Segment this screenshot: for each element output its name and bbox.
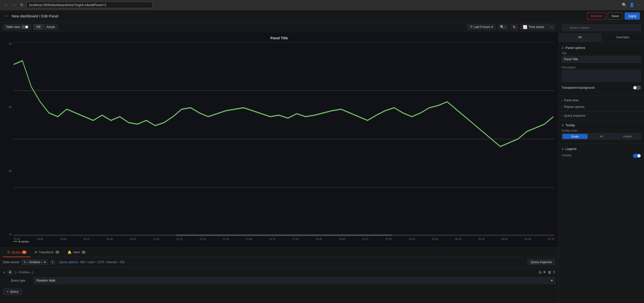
query-type-arrow: ▾ xyxy=(551,279,553,282)
tooltip-single-btn[interactable]: Single xyxy=(562,134,588,139)
title-form-row: Title xyxy=(562,52,641,63)
x-label-14: 23:00 xyxy=(339,238,345,240)
table-view-toggle[interactable]: Table view xyxy=(3,24,31,30)
tooltip-chevron: ∨ xyxy=(562,124,564,127)
viz-left-icon[interactable]: ‹ xyxy=(550,25,551,29)
apply-button[interactable]: Apply xyxy=(625,12,640,20)
y-label-75: 75 xyxy=(9,233,12,236)
x-label-13: 22:45 xyxy=(316,238,322,240)
query-inspector-title: Query inspector xyxy=(564,114,586,117)
refresh-button[interactable]: ↻ xyxy=(511,24,518,30)
panel-options-header[interactable]: ∨ Panel options xyxy=(559,44,644,52)
legend-visibility-row: Visibility xyxy=(559,153,644,159)
table-view-switch[interactable] xyxy=(21,25,28,29)
all-overrides-bar: All Overrides xyxy=(559,34,644,42)
tab-query[interactable]: ☰ Query 1 xyxy=(3,248,30,257)
back-button[interactable]: ← xyxy=(4,13,9,19)
title-label: Title xyxy=(562,52,641,55)
y-axis: 90 85 80 75 xyxy=(4,42,13,236)
table-view-label: Table view xyxy=(6,25,20,29)
tab-alert[interactable]: 🔔 Alert 0 xyxy=(63,248,90,257)
delete-query-icon[interactable]: 🗑 xyxy=(548,270,551,275)
tab-query-label: Query xyxy=(12,250,20,254)
legend-color-line xyxy=(14,241,18,242)
browser-back-btn[interactable]: ← xyxy=(3,2,9,8)
description-textarea[interactable] xyxy=(562,70,641,82)
zoom-button[interactable]: 🔍− xyxy=(498,24,509,30)
query-inspector-header[interactable]: › Query inspector xyxy=(559,112,644,119)
datasource-select[interactable]: ≡ -- Grafana -- ▾ xyxy=(21,259,48,265)
repeat-options-header[interactable]: › Repeat options xyxy=(559,104,644,110)
browser-chrome: ← → ↻ 🔍 👤 ⋯ xyxy=(0,0,644,10)
viz-label: Time series xyxy=(529,25,544,29)
tooltip-all-btn[interactable]: All xyxy=(589,134,614,139)
chart-svg xyxy=(14,42,554,236)
divider-4 xyxy=(559,144,644,144)
panel-links-header[interactable]: › Panel links xyxy=(559,97,644,104)
app-header: ← New dashboard / Edit Panel Discard Sav… xyxy=(0,10,644,22)
browser-reload-btn[interactable]: ↻ xyxy=(19,2,24,8)
tooltip-section-header[interactable]: ∨ Tooltip xyxy=(559,121,644,129)
x-label-12: 22:30 xyxy=(292,238,299,240)
x-label-10: 22:00 xyxy=(246,238,252,240)
all-button[interactable]: All xyxy=(559,34,601,42)
browser-more-icon[interactable]: ⋯ xyxy=(637,3,641,7)
query-toolbar: Data source ≡ -- Grafana -- ▾ ℹ › Query … xyxy=(0,257,558,267)
actual-button[interactable]: Actual xyxy=(43,24,58,30)
query-datasource-tag: (-- Grafana --) xyxy=(15,270,33,274)
copy-query-icon[interactable]: ⧉ xyxy=(539,270,541,275)
panel-links-chevron: › xyxy=(562,99,563,102)
hide-query-icon[interactable]: 👁 xyxy=(543,270,546,275)
legend-section-header[interactable]: ∨ Legend xyxy=(559,145,644,153)
title-input[interactable] xyxy=(562,56,641,63)
x-label-17: 23:45 xyxy=(409,238,415,240)
tab-alert-icon: 🔔 xyxy=(67,250,72,254)
info-button[interactable]: ℹ xyxy=(50,259,55,265)
transparent-bg-toggle[interactable] xyxy=(633,86,641,90)
tab-query-icon: ☰ xyxy=(7,250,10,254)
description-form-row: Description xyxy=(562,66,641,83)
search-wrapper: 🔍 xyxy=(562,24,641,31)
query-inspector-chevron: › xyxy=(562,114,563,117)
search-options-input[interactable] xyxy=(562,24,641,31)
viz-type-icon: 📈 xyxy=(523,25,527,29)
fill-button[interactable]: Fill xyxy=(33,24,43,30)
save-button[interactable]: Save xyxy=(608,12,623,20)
query-type-value: Random Walk xyxy=(37,279,55,282)
chart-scrollbar[interactable] xyxy=(14,234,554,236)
browser-forward-btn[interactable]: → xyxy=(11,2,17,8)
browser-search-icon[interactable]: 🔍 xyxy=(622,3,627,7)
transparent-bg-label: Transparent background xyxy=(562,86,594,89)
viz-selector[interactable]: 📈 Time series ‹ › xyxy=(520,24,555,30)
tooltip-hidden-btn[interactable]: Hidden xyxy=(615,134,640,139)
x-label-3: 20:15 xyxy=(83,238,90,240)
viz-right-icon[interactable]: › xyxy=(552,25,553,29)
legend-visibility-toggle[interactable] xyxy=(633,154,641,158)
fill-actual-bar: Fill Actual xyxy=(33,24,58,30)
x-label-16: 23:30 xyxy=(385,238,392,240)
browser-url-input[interactable] xyxy=(26,2,152,8)
browser-profile-icon[interactable]: 👤 xyxy=(629,3,634,7)
add-query-button[interactable]: + Query xyxy=(3,288,22,295)
query-type-row: Query type Random Walk ▾ xyxy=(3,277,555,284)
query-inspector-button[interactable]: Query inspector xyxy=(527,259,555,265)
x-label-8: 21:30 xyxy=(199,238,206,240)
description-label: Description xyxy=(562,66,641,69)
time-range-button[interactable]: ⏱ Last 6 hours ▾ xyxy=(467,24,496,30)
add-query-bar: + Query xyxy=(0,286,558,297)
tooltip-modes: Single All Hidden xyxy=(562,133,641,140)
overrides-button[interactable]: Overrides xyxy=(601,34,644,42)
query-type-select[interactable]: Random Walk ▾ xyxy=(34,277,555,284)
clock-icon: ⏱ xyxy=(470,25,473,29)
x-label-1: 19:45 xyxy=(37,238,43,240)
x-label-22: 01:00 xyxy=(525,238,531,240)
chart-scrollbar-thumb[interactable] xyxy=(176,234,392,236)
query-options-label: Query options xyxy=(59,260,78,264)
drag-query-icon[interactable]: ⠿ xyxy=(553,270,555,275)
y-label-85: 85 xyxy=(9,106,12,109)
tab-transform[interactable]: ⇄ Transform 0 xyxy=(30,248,63,257)
query-options-link[interactable]: › Query options xyxy=(57,260,78,264)
query-collapse-btn[interactable]: ∨ xyxy=(3,270,5,274)
discard-button[interactable]: Discard xyxy=(587,12,606,20)
tab-alert-badge: 0 xyxy=(81,251,86,254)
